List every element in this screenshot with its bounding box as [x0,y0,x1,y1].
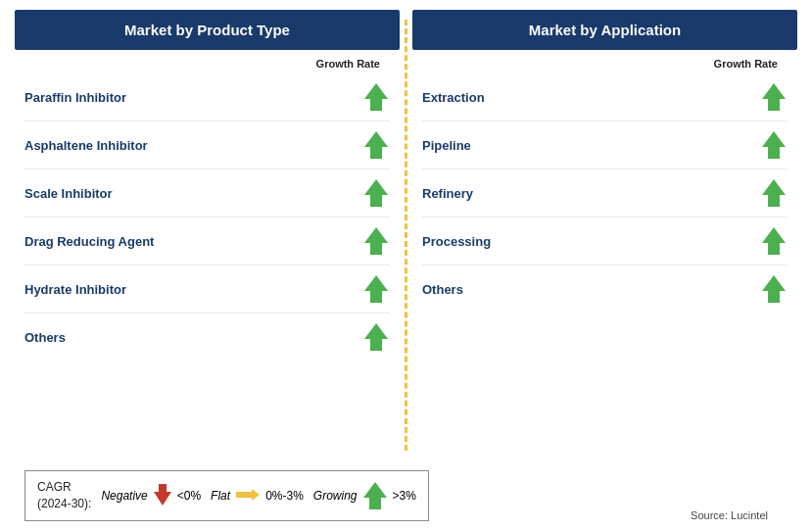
left-panel-header: Market by Product Type [15,10,400,50]
bottom-row: CAGR (2024-30): Negative <0% Flat 0%-3% … [15,460,797,521]
right-panel-content: Growth Rate Extraction Pipeline Refinery [412,50,797,460]
arrow-up-icon [760,177,788,209]
right-growth-label: Growth Rate [714,58,778,70]
item-label-processing: Processing [422,234,491,249]
list-item: Drag Reducing Agent [24,217,390,266]
arrow-up-icon [362,177,390,209]
arrow-right-orange-icon [234,487,262,506]
left-panel: Market by Product Type Growth Rate Paraf… [15,10,400,460]
arrow-up-icon [760,225,788,257]
legend: CAGR (2024-30): Negative <0% Flat 0%-3% … [24,470,429,521]
svg-marker-12 [236,489,260,501]
item-label-extraction: Extraction [422,90,485,105]
flat-range: 0%-3% [265,489,304,503]
svg-marker-3 [364,227,388,255]
item-label-refinery: Refinery [422,186,473,201]
svg-marker-11 [154,484,171,506]
list-item: Hydrate Inhibitor [24,266,390,314]
cagr-years: (2024-30): [37,497,91,510]
item-label-others-right: Others [422,282,463,297]
list-item: Asphaltene Inhibitor [24,121,390,169]
legend-cagr-label: CAGR (2024-30): [37,479,91,512]
arrow-up-icon [362,225,390,257]
charts-row: Market by Product Type Growth Rate Paraf… [15,10,797,460]
svg-marker-6 [762,83,786,111]
arrow-up-icon [760,273,788,305]
right-panel: Market by Application Growth Rate Extrac… [412,10,797,460]
legend-flat: Flat 0%-3% [211,487,304,506]
page-container: Market by Product Type Growth Rate Paraf… [0,0,812,531]
arrow-up-icon [362,273,390,305]
left-growth-label-row: Growth Rate [24,58,390,70]
arrow-up-green-icon [361,480,389,511]
growing-range: >3% [393,489,416,503]
svg-marker-2 [364,179,388,207]
list-item: Paraffin Inhibitor [24,73,390,121]
arrow-up-icon [760,81,788,113]
arrow-up-icon [362,129,390,161]
left-growth-label: Growth Rate [316,58,380,70]
growing-label: Growing [313,489,358,503]
arrow-up-icon [362,81,390,113]
arrow-down-red-icon [152,482,173,510]
cagr-label: CAGR [37,480,72,494]
item-label-hydrate: Hydrate Inhibitor [24,282,126,297]
right-panel-header: Market by Application [412,10,797,50]
item-label-scale: Scale Inhibitor [24,186,113,201]
list-item: Refinery [422,169,788,217]
svg-marker-0 [364,83,388,111]
item-label-paraffin: Paraffin Inhibitor [24,90,126,105]
svg-marker-7 [762,131,786,159]
legend-negative: Negative <0% [101,482,201,510]
item-label-others-left: Others [24,330,66,345]
left-panel-content: Growth Rate Paraffin Inhibitor Asphalten… [15,50,400,460]
right-growth-label-row: Growth Rate [422,58,788,70]
svg-marker-1 [364,131,388,159]
svg-marker-10 [762,275,786,303]
negative-label: Negative [101,489,147,503]
svg-marker-5 [364,323,388,351]
list-item: Others [422,266,788,313]
item-label-asphaltene: Asphaltene Inhibitor [24,138,148,153]
list-item: Scale Inhibitor [24,169,390,217]
arrow-up-icon [760,129,788,161]
svg-marker-4 [364,275,388,303]
center-divider [405,20,407,451]
svg-marker-13 [363,482,387,509]
list-item: Processing [422,217,788,266]
item-label-drag: Drag Reducing Agent [24,234,154,249]
svg-marker-9 [762,227,786,255]
negative-range: <0% [177,489,201,503]
flat-label: Flat [211,489,230,503]
item-label-pipeline: Pipeline [422,138,471,153]
legend-growing: Growing >3% [313,480,416,511]
list-item: Pipeline [422,121,788,169]
source-text: Source: Lucintel [691,509,788,521]
list-item: Extraction [422,73,788,121]
svg-marker-8 [762,179,786,207]
list-item: Others [24,314,390,361]
arrow-up-icon [362,321,390,353]
